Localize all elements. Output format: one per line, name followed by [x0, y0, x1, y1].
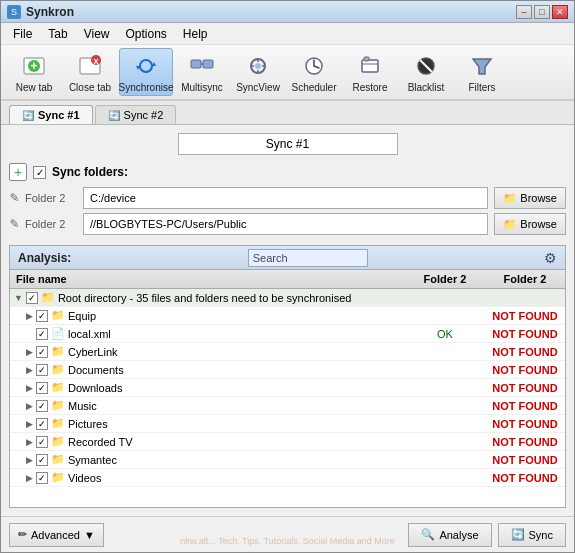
closetab-button[interactable]: x Close tab [63, 48, 117, 96]
documents-folder-icon: 📁 [51, 363, 65, 376]
recordedtv-folder-icon: 📁 [51, 435, 65, 448]
table-row-documents[interactable]: ▶ ✓ 📁 Documents NOT FOUND [10, 361, 565, 379]
synchronise-label: Synchronise [118, 82, 173, 93]
table-row-downloads[interactable]: ▶ ✓ 📁 Downloads NOT FOUND [10, 379, 565, 397]
music-checkbox[interactable]: ✓ [36, 400, 48, 412]
sync-folders-header: + ✓ Sync folders: [9, 163, 566, 181]
scheduler-label: Scheduler [291, 82, 336, 93]
equip-name: ▶ ✓ 📁 Equip [10, 308, 405, 323]
advanced-button[interactable]: ✏ Advanced ▼ [9, 523, 104, 547]
menu-file[interactable]: File [5, 25, 40, 43]
minimize-button[interactable]: – [516, 5, 532, 19]
blacklist-icon [412, 52, 440, 80]
symantec-checkbox[interactable]: ✓ [36, 454, 48, 466]
multisync-button[interactable]: Multisync [175, 48, 229, 96]
folder2-path-input[interactable] [83, 213, 488, 235]
add-folder-button[interactable]: + [9, 163, 27, 181]
table-row-videos[interactable]: ▶ ✓ 📁 Videos NOT FOUND [10, 469, 565, 487]
col-filename-header: File name [10, 270, 405, 288]
sync-button[interactable]: 🔄 Sync [498, 523, 566, 547]
filters-button[interactable]: Filters [455, 48, 509, 96]
table-row-music[interactable]: ▶ ✓ 📁 Music NOT FOUND [10, 397, 565, 415]
folder1-browse-button[interactable]: 📁 Browse [494, 187, 566, 209]
symantec-label: Symantec [68, 454, 117, 466]
table-row-root[interactable]: ▼ ✓ 📁 Root directory - 35 files and fold… [10, 289, 565, 307]
analysis-search-input[interactable] [248, 249, 368, 267]
title-bar: S Synkron – □ ✕ [1, 1, 574, 23]
svg-text:x: x [93, 55, 98, 65]
documents-checkbox[interactable]: ✓ [36, 364, 48, 376]
documents-name: ▶ ✓ 📁 Documents [10, 362, 405, 377]
table-row-recordedtv[interactable]: ▶ ✓ 📁 Recorded TV NOT FOUND [10, 433, 565, 451]
cyberlink-f2: NOT FOUND [485, 345, 565, 359]
newtab-button[interactable]: + New tab [7, 48, 61, 96]
root-expand-icon[interactable]: ▼ [14, 293, 23, 303]
tab-sync2-label: Sync #2 [124, 109, 164, 121]
cyberlink-label: CyberLink [68, 346, 118, 358]
pictures-name: ▶ ✓ 📁 Pictures [10, 416, 405, 431]
pictures-checkbox[interactable]: ✓ [36, 418, 48, 430]
equip-expand-icon[interactable]: ▶ [26, 311, 33, 321]
svg-rect-20 [362, 60, 378, 72]
sync-name-input[interactable] [178, 133, 398, 155]
menu-view[interactable]: View [76, 25, 118, 43]
documents-f2: NOT FOUND [485, 363, 565, 377]
tab-sync2[interactable]: 🔄 Sync #2 [95, 105, 177, 124]
table-row-pictures[interactable]: ▶ ✓ 📁 Pictures NOT FOUND [10, 415, 565, 433]
svg-point-12 [255, 63, 261, 69]
menu-tab[interactable]: Tab [40, 25, 75, 43]
folder1-path-input[interactable] [83, 187, 488, 209]
sync-enable-checkbox[interactable]: ✓ [33, 166, 46, 179]
folder2-browse-button[interactable]: 📁 Browse [494, 213, 566, 235]
music-expand-icon[interactable]: ▶ [26, 401, 33, 411]
cyberlink-expand-icon[interactable]: ▶ [26, 347, 33, 357]
documents-expand-icon[interactable]: ▶ [26, 365, 33, 375]
file-table-header: File name Folder 2 Folder 2 [10, 270, 565, 289]
pictures-expand-icon[interactable]: ▶ [26, 419, 33, 429]
videos-checkbox[interactable]: ✓ [36, 472, 48, 484]
syncview-button[interactable]: SyncView [231, 48, 285, 96]
localxml-checkbox[interactable]: ✓ [36, 328, 48, 340]
videos-name: ▶ ✓ 📁 Videos [10, 470, 405, 485]
toolbar: + New tab x Close tab [1, 45, 574, 101]
advanced-label: Advanced [31, 529, 80, 541]
equip-checkbox[interactable]: ✓ [36, 310, 48, 322]
maximize-button[interactable]: □ [534, 5, 550, 19]
root-row-name: ▼ ✓ 📁 Root directory - 35 files and fold… [10, 290, 405, 305]
synchronise-button[interactable]: Synchronise [119, 48, 173, 96]
recordedtv-expand-icon[interactable]: ▶ [26, 437, 33, 447]
table-row-localxml[interactable]: ▶ ✓ 📄 local.xml OK NOT FOUND [10, 325, 565, 343]
folder-row-2: ✏ Folder 2 📁 Browse [9, 213, 566, 235]
main-content: + ✓ Sync folders: ✏ Folder 2 📁 Browse ✏ … [1, 125, 574, 516]
downloads-expand-icon[interactable]: ▶ [26, 383, 33, 393]
pictures-f2: NOT FOUND [485, 417, 565, 431]
synchronise-icon [132, 52, 160, 80]
videos-expand-icon[interactable]: ▶ [26, 473, 33, 483]
table-row-symantec[interactable]: ▶ ✓ 📁 Symantec NOT FOUND [10, 451, 565, 469]
recordedtv-checkbox[interactable]: ✓ [36, 436, 48, 448]
downloads-checkbox[interactable]: ✓ [36, 382, 48, 394]
videos-label: Videos [68, 472, 101, 484]
table-row-equip[interactable]: ▶ ✓ 📁 Equip NOT FOUND [10, 307, 565, 325]
tab-sync1[interactable]: 🔄 Sync #1 [9, 105, 93, 124]
close-button[interactable]: ✕ [552, 5, 568, 19]
analysis-settings-icon[interactable]: ⚙ [544, 250, 557, 266]
restore-button[interactable]: Restore [343, 48, 397, 96]
analyse-button[interactable]: 🔍 Analyse [408, 523, 491, 547]
tab-sync1-icon: 🔄 [22, 110, 34, 121]
root-checkbox[interactable]: ✓ [26, 292, 38, 304]
equip-f1 [405, 315, 485, 317]
scheduler-button[interactable]: Scheduler [287, 48, 341, 96]
analyse-label: Analyse [439, 529, 478, 541]
window-title: Synkron [26, 5, 74, 19]
menu-help[interactable]: Help [175, 25, 216, 43]
cyberlink-checkbox[interactable]: ✓ [36, 346, 48, 358]
pictures-folder-icon: 📁 [51, 417, 65, 430]
table-row-cyberlink[interactable]: ▶ ✓ 📁 CyberLink NOT FOUND [10, 343, 565, 361]
cyberlink-name: ▶ ✓ 📁 CyberLink [10, 344, 405, 359]
symantec-name: ▶ ✓ 📁 Symantec [10, 452, 405, 467]
blacklist-button[interactable]: Blacklist [399, 48, 453, 96]
symantec-expand-icon[interactable]: ▶ [26, 455, 33, 465]
menu-options[interactable]: Options [118, 25, 175, 43]
recordedtv-f1 [405, 441, 485, 443]
